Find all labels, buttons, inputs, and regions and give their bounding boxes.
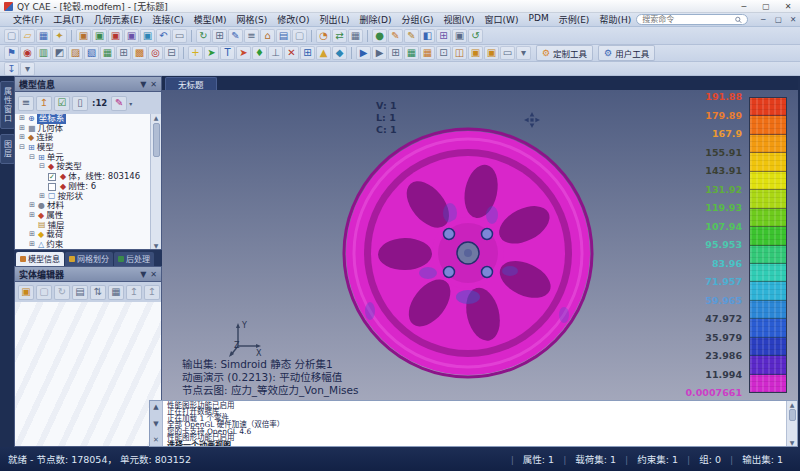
toolbar2-icon-3[interactable]: ◩ — [52, 46, 67, 60]
toolbar2-icon-1[interactable]: ◉ — [20, 46, 35, 60]
toolbar1-icon-27[interactable]: ✎ — [404, 29, 419, 43]
tree-node-12[interactable]: ⊞◆载荷 — [15, 230, 161, 240]
tree-node-13[interactable]: ⊞△约束 — [15, 240, 161, 250]
menu-item-1[interactable]: 工具(T) — [48, 13, 89, 26]
entity-toolbar-icon-1[interactable]: ▢ — [36, 285, 52, 300]
toolbar2-icon-18[interactable]: ✕ — [284, 46, 299, 60]
tree-node-9[interactable]: ⊞●材料 — [15, 201, 161, 211]
wheel-model[interactable] — [338, 123, 598, 383]
toolbar1-icon-5[interactable]: ▣ — [76, 29, 91, 43]
checkbox-checked[interactable]: ✓ — [48, 173, 56, 181]
tree-expand-icon[interactable]: ⊟ — [28, 153, 36, 163]
entity-editor-body[interactable] — [14, 302, 162, 447]
menu-item-12[interactable]: PDM — [524, 13, 554, 26]
entity-toolbar-icon-4[interactable]: ⇅ — [90, 285, 106, 300]
entity-toolbar-icon-0[interactable]: ▣ — [18, 285, 34, 300]
toolbar1-icon-22[interactable]: ⇄ — [332, 29, 347, 43]
menu-item-8[interactable]: 删除(D) — [354, 13, 396, 26]
toolbar1-icon-30[interactable]: ▣ — [452, 29, 467, 43]
toolbar1-icon-9[interactable]: ▣ — [140, 29, 155, 43]
toolbar2-icon-8[interactable]: ▩ — [132, 46, 147, 60]
toolbar1-icon-25[interactable]: ● — [372, 29, 387, 43]
brush-icon[interactable]: ✎ — [111, 96, 127, 111]
menu-item-2[interactable]: 几何元素(E) — [89, 13, 148, 26]
scroll-up-icon[interactable]: ▲ — [153, 403, 158, 411]
toolbar2-icon-4[interactable]: ▨ — [68, 46, 83, 60]
menu-item-4[interactable]: 模型(M) — [189, 13, 232, 26]
toolbar1-icon-16[interactable]: ≡ — [244, 29, 259, 43]
tree-node-11[interactable]: ▤铺层 — [15, 221, 161, 231]
toolbar2-icon-10[interactable]: ⊟ — [164, 46, 179, 60]
toolbar2-icon-30[interactable]: ▣ — [468, 46, 483, 60]
toolbar2-icon-14[interactable]: T — [220, 46, 235, 60]
toolbar1-icon-8[interactable]: ▣ — [124, 29, 139, 43]
mdi-restore-icon[interactable]: ▢ — [773, 15, 783, 24]
tree-node-8[interactable]: ⊞▢按形状 — [15, 192, 161, 202]
tree-node-3[interactable]: ⊟⊞模型 — [15, 143, 161, 153]
model-toolbar-icon-0[interactable]: ≡ — [18, 96, 34, 111]
tree-expand-icon[interactable]: ⊟ — [18, 143, 26, 153]
toolbar2-icon-9[interactable]: ◎ — [148, 46, 163, 60]
entity-toolbar-icon-3[interactable]: ▤ — [72, 285, 88, 300]
menu-item-13[interactable]: 示例(E) — [554, 13, 595, 26]
toolbar2-icon-31[interactable]: ▣ — [484, 46, 499, 60]
pin-icon[interactable]: ▼ — [140, 270, 146, 279]
command-search-box[interactable] — [636, 14, 748, 25]
entity-toolbar-icon-2[interactable]: ↻ — [54, 285, 70, 300]
viewport-tab-untitled[interactable]: 无标题 — [165, 77, 217, 90]
toolbar2-icon-6[interactable]: ▦ — [100, 46, 115, 60]
panel-tab-2[interactable]: 后处理 — [114, 252, 154, 266]
toolbar1-icon-13[interactable]: ↻ — [196, 29, 211, 43]
tree-expand-icon[interactable]: ⊟ — [38, 162, 46, 172]
scroll-up-icon[interactable]: ▲ — [154, 114, 159, 121]
toolbar2-icon-16[interactable]: ♦ — [252, 46, 267, 60]
toolbar1-icon-31[interactable]: ↺ — [468, 29, 483, 43]
toolbar1-icon-18[interactable]: ▤ — [276, 29, 291, 43]
search-input[interactable] — [642, 15, 732, 24]
tree-node-4[interactable]: ⊟⊞单元 — [15, 153, 161, 163]
tree-node-0[interactable]: ⊞⊕坐标系 — [15, 114, 161, 124]
scroll-down-icon[interactable]: ▼ — [154, 242, 159, 249]
menu-item-10[interactable]: 视图(V) — [438, 13, 479, 26]
toolbar3-icon-1[interactable]: ▾ — [20, 62, 35, 76]
tree-expand-icon[interactable]: ⊞ — [28, 240, 36, 250]
toolbar2-icon-2[interactable]: ▥ — [36, 46, 51, 60]
maximize-icon[interactable]: ▢ — [758, 1, 774, 12]
minimize-icon[interactable]: ─ — [736, 1, 752, 12]
toolbar1-icon-21[interactable]: ◔ — [316, 29, 331, 43]
toolbar2-icon-29[interactable]: ◫ — [452, 46, 467, 60]
toolbar1-icon-29[interactable]: ⊞ — [436, 29, 451, 43]
message-scrollbar[interactable]: ▲ ▼ — [786, 401, 797, 446]
toolbar1-icon-0[interactable]: ▢ — [4, 29, 19, 43]
toolbar1-icon-17[interactable]: ⌂ — [260, 29, 275, 43]
tree-scrollbar[interactable]: ▲ ▼ — [150, 114, 161, 249]
toolbar1-icon-3[interactable]: ✦ — [52, 29, 67, 43]
pin-icon[interactable]: ▼ — [140, 80, 146, 89]
mdi-minimize-icon[interactable]: ─ — [758, 15, 768, 24]
toolbar2-icon-13[interactable]: ➤ — [204, 46, 219, 60]
scroll-up-icon[interactable]: ▲ — [790, 401, 795, 408]
menu-item-6[interactable]: 修改(O) — [272, 13, 314, 26]
scroll-down-icon[interactable]: ▼ — [790, 439, 795, 446]
custom-tools-button[interactable]: ⚙定制工具 — [536, 45, 593, 61]
toolbar2-icon-7[interactable]: ⊞ — [116, 46, 131, 60]
user-tools-button[interactable]: ⚙用户工具 — [598, 45, 655, 61]
menu-item-9[interactable]: 分组(G) — [396, 13, 438, 26]
toolbar2-icon-17[interactable]: ⊥ — [268, 46, 283, 60]
tree-node-7[interactable]: ◆刚性: 6 — [15, 182, 161, 192]
toolbar1-icon-15[interactable]: ✎ — [228, 29, 243, 43]
close-icon[interactable]: ✕ — [153, 436, 159, 444]
toolbar1-icon-28[interactable]: ◧ — [420, 29, 435, 43]
toolbar1-icon-14[interactable]: ⊞ — [212, 29, 227, 43]
model-toolbar-icon-3[interactable]: ▯ — [72, 96, 88, 111]
docked-tab-1[interactable]: 图层 — [0, 134, 15, 164]
scrollbar-thumb[interactable] — [789, 409, 796, 421]
docked-tab-0[interactable]: 属性窗口 — [0, 81, 15, 129]
menu-item-11[interactable]: 窗口(W) — [480, 13, 524, 26]
toolbar1-icon-26[interactable]: ✎ — [388, 29, 403, 43]
checkbox-unchecked[interactable] — [48, 183, 56, 191]
toolbar2-icon-24[interactable]: ▶ — [372, 46, 387, 60]
menu-item-3[interactable]: 连接(C) — [147, 13, 188, 26]
mdi-close-icon[interactable]: ✕ — [788, 15, 798, 24]
menu-item-7[interactable]: 列出(L) — [314, 13, 354, 26]
